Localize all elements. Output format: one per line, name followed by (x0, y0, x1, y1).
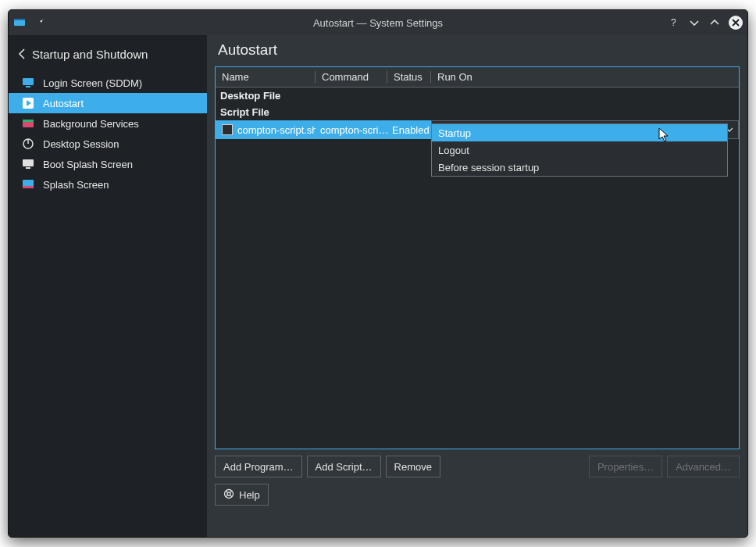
sidebar-item-desktop-session[interactable]: Desktop Session (9, 134, 207, 154)
services-icon (21, 116, 35, 130)
app-icon (13, 16, 26, 29)
maximize-icon[interactable] (708, 16, 721, 29)
cell-status: Enabled (387, 120, 431, 139)
minimize-icon[interactable] (688, 16, 701, 29)
runon-option-logout[interactable]: Logout (432, 141, 727, 159)
svg-rect-13 (23, 186, 34, 188)
button-row-2: Help (215, 484, 740, 506)
play-icon (21, 96, 35, 110)
svg-rect-1 (14, 19, 25, 20)
help-button[interactable]: Help (215, 484, 269, 506)
runon-dropdown: Startup Logout Before session startup (431, 123, 728, 177)
sidebar-item-label: Boot Splash Screen (43, 159, 133, 170)
svg-point-15 (227, 492, 230, 495)
runon-option-before-session[interactable]: Before session startup (432, 159, 727, 176)
titlebar: Autostart — System Settings ? (9, 10, 747, 35)
column-status[interactable]: Status (387, 71, 431, 83)
sidebar-item-background-services[interactable]: Background Services (9, 113, 207, 134)
body: Startup and Shutdown Login Screen (SDDM)… (9, 35, 747, 537)
sidebar-item-splash-screen[interactable]: Splash Screen (9, 174, 207, 195)
group-desktop-file[interactable]: Desktop File (216, 88, 739, 104)
remove-button[interactable]: Remove (386, 456, 440, 477)
row-checkbox[interactable] (222, 124, 233, 135)
sidebar: Startup and Shutdown Login Screen (SDDM)… (9, 35, 207, 537)
window-title: Autostart — System Settings (9, 17, 747, 29)
sidebar-item-login-screen[interactable]: Login Screen (SDDM) (9, 73, 207, 93)
svg-rect-7 (23, 120, 34, 122)
chevron-left-icon (18, 48, 26, 59)
table-header: Name Command Status Run On (216, 67, 739, 88)
sidebar-header-label: Startup and Shutdown (32, 48, 148, 61)
help-icon[interactable]: ? (668, 16, 680, 29)
close-icon[interactable] (729, 16, 743, 30)
sidebar-item-label: Splash Screen (43, 179, 109, 191)
sidebar-item-label: Autostart (43, 98, 84, 109)
runon-option-startup[interactable]: Startup (432, 124, 727, 141)
main-panel: Autostart Name Command Status Run On Des… (207, 35, 747, 537)
window: Autostart — System Settings ? Startup an… (8, 9, 748, 538)
sidebar-item-label: Desktop Session (43, 138, 119, 150)
group-script-file[interactable]: Script File (216, 104, 739, 120)
svg-rect-11 (26, 167, 30, 169)
column-runon[interactable]: Run On (431, 71, 739, 83)
add-program-button[interactable]: Add Program… (215, 456, 302, 477)
column-command[interactable]: Command (316, 71, 387, 83)
sidebar-back-button[interactable]: Startup and Shutdown (9, 38, 207, 70)
column-name[interactable]: Name (216, 71, 316, 83)
svg-text:?: ? (671, 17, 676, 28)
power-icon (21, 137, 35, 151)
properties-button: Properties… (589, 456, 662, 477)
svg-rect-10 (23, 159, 34, 166)
button-row-1: Add Program… Add Script… Remove Properti… (215, 456, 740, 477)
splash-icon (21, 177, 35, 191)
add-script-button[interactable]: Add Script… (307, 456, 381, 477)
lifebuoy-icon (223, 488, 234, 502)
svg-rect-3 (23, 78, 34, 85)
sidebar-item-label: Background Services (43, 118, 139, 130)
sidebar-item-label: Login Screen (SDDM) (43, 77, 142, 89)
cell-command: compton-scri… (316, 120, 387, 139)
advanced-button: Advanced… (667, 456, 740, 477)
autostart-table: Name Command Status Run On Desktop File … (215, 66, 740, 449)
monitor-icon (21, 76, 35, 90)
monitor-icon (21, 157, 35, 171)
svg-rect-4 (26, 86, 30, 88)
page-title: Autostart (215, 38, 740, 66)
sidebar-item-autostart[interactable]: Autostart (9, 93, 207, 113)
pin-icon[interactable] (34, 16, 46, 29)
sidebar-item-boot-splash-screen[interactable]: Boot Splash Screen (9, 154, 207, 174)
